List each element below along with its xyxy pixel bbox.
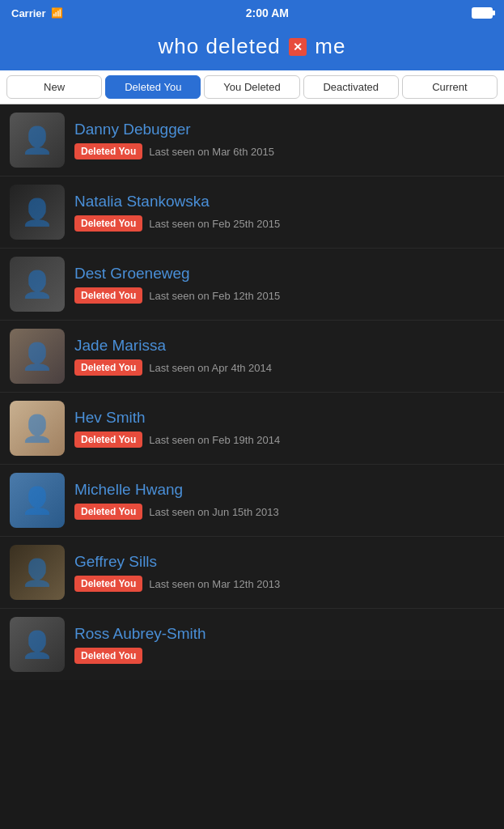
contact-list: 👤Danny DebuggerDeleted YouLast seen on M… [0,104,504,680]
avatar-placeholder: 👤 [21,629,53,660]
contact-item-danny[interactable]: 👤Danny DebuggerDeleted YouLast seen on M… [0,104,504,176]
tab-bar: New Deleted You You Deleted Deactivated … [0,70,504,104]
contact-meta-hev: Deleted YouLast seen on Feb 19th 2014 [74,432,494,448]
contact-name-danny: Danny Debugger [74,121,494,138]
avatar-placeholder: 👤 [21,125,53,155]
contact-info-michelle: Michelle HwangDeleted YouLast seen on Ju… [74,481,494,520]
contact-item-ross[interactable]: 👤Ross Aubrey-SmithDeleted You [0,609,504,680]
app-header: who deleted ✕ me [0,26,504,70]
contact-info-ross: Ross Aubrey-SmithDeleted You [74,625,494,664]
wifi-icon: 📶 [51,7,63,19]
tab-current[interactable]: Current [402,75,498,99]
status-carrier: Carrier 📶 [11,7,63,19]
contact-info-hev: Hev SmithDeleted YouLast seen on Feb 19t… [74,409,494,448]
contact-info-geffrey: Geffrey SillsDeleted YouLast seen on Mar… [74,553,494,592]
contact-avatar-natalia: 👤 [10,185,65,240]
contact-item-jade[interactable]: 👤Jade MarissaDeleted YouLast seen on Apr… [0,321,504,393]
contact-info-jade: Jade MarissaDeleted YouLast seen on Apr … [74,337,494,376]
deleted-badge-ross: Deleted You [74,648,142,664]
title-part2: me [315,34,345,58]
last-seen-dest: Last seen on Feb 12th 2015 [149,290,280,302]
contact-meta-natalia: Deleted YouLast seen on Feb 25th 2015 [74,215,494,232]
contact-avatar-jade: 👤 [10,329,65,384]
deleted-badge-danny: Deleted You [74,143,142,159]
deleted-badge-michelle: Deleted You [74,504,142,520]
avatar-placeholder: 👤 [21,413,53,444]
contact-avatar-danny: 👤 [10,113,65,168]
contact-name-geffrey: Geffrey Sills [74,553,494,571]
contact-name-dest: Dest Groeneweg [74,265,494,283]
contact-info-dest: Dest GroenewegDeleted YouLast seen on Fe… [74,265,494,304]
contact-meta-dest: Deleted YouLast seen on Feb 12th 2015 [74,287,494,304]
deleted-badge-natalia: Deleted You [74,215,142,232]
contact-info-danny: Danny DebuggerDeleted YouLast seen on Ma… [74,121,494,159]
avatar-placeholder: 👤 [21,557,53,588]
contact-item-hev[interactable]: 👤Hev SmithDeleted YouLast seen on Feb 19… [0,393,504,465]
contact-meta-jade: Deleted YouLast seen on Apr 4th 2014 [74,359,494,376]
tab-new[interactable]: New [6,75,102,99]
contact-meta-ross: Deleted You [74,648,494,664]
avatar-placeholder: 👤 [21,485,53,516]
contact-info-natalia: Natalia StankowskaDeleted YouLast seen o… [74,193,494,232]
contact-name-jade: Jade Marissa [74,337,494,355]
carrier-label: Carrier [11,7,46,19]
contact-name-hev: Hev Smith [74,409,494,427]
app-title: who deleted ✕ me [0,34,504,59]
contact-name-michelle: Michelle Hwang [74,481,494,499]
contact-avatar-dest: 👤 [10,257,65,312]
contact-meta-geffrey: Deleted YouLast seen on Mar 12th 2013 [74,576,494,592]
contact-item-dest[interactable]: 👤Dest GroenewegDeleted YouLast seen on F… [0,249,504,321]
deleted-badge-jade: Deleted You [74,359,142,376]
contact-item-geffrey[interactable]: 👤Geffrey SillsDeleted YouLast seen on Ma… [0,537,504,609]
avatar-placeholder: 👤 [21,269,53,300]
contact-name-natalia: Natalia Stankowska [74,193,494,210]
contact-meta-michelle: Deleted YouLast seen on Jun 15th 2013 [74,504,494,520]
avatar-placeholder: 👤 [21,341,53,372]
contact-item-michelle[interactable]: 👤Michelle HwangDeleted YouLast seen on J… [0,465,504,537]
last-seen-hev: Last seen on Feb 19th 2014 [149,434,280,446]
deleted-badge-dest: Deleted You [74,287,142,304]
tab-deactivated[interactable]: Deactivated [303,75,399,99]
status-bar: Carrier 📶 2:00 AM [0,0,504,26]
status-time: 2:00 AM [246,6,289,19]
contact-item-natalia[interactable]: 👤Natalia StankowskaDeleted YouLast seen … [0,176,504,249]
contact-avatar-geffrey: 👤 [10,545,65,600]
deleted-badge-hev: Deleted You [74,432,142,448]
last-seen-jade: Last seen on Apr 4th 2014 [149,362,272,374]
battery-icon [472,7,493,19]
contact-avatar-hev: 👤 [10,401,65,456]
last-seen-michelle: Last seen on Jun 15th 2013 [149,506,278,518]
contact-meta-danny: Deleted YouLast seen on Mar 6th 2015 [74,143,494,159]
contact-avatar-ross: 👤 [10,617,65,672]
last-seen-natalia: Last seen on Feb 25th 2015 [149,218,280,230]
contact-avatar-michelle: 👤 [10,473,65,528]
contact-name-ross: Ross Aubrey-Smith [74,625,494,643]
deleted-badge-geffrey: Deleted You [74,576,142,592]
avatar-placeholder: 👤 [21,197,53,227]
x-badge: ✕ [289,38,307,56]
last-seen-geffrey: Last seen on Mar 12th 2013 [149,578,280,590]
tab-you-deleted[interactable]: You Deleted [204,75,299,99]
last-seen-danny: Last seen on Mar 6th 2015 [149,146,274,158]
status-battery [472,7,493,19]
tab-deleted-you[interactable]: Deleted You [105,75,201,99]
title-part1: who deleted [159,34,281,58]
